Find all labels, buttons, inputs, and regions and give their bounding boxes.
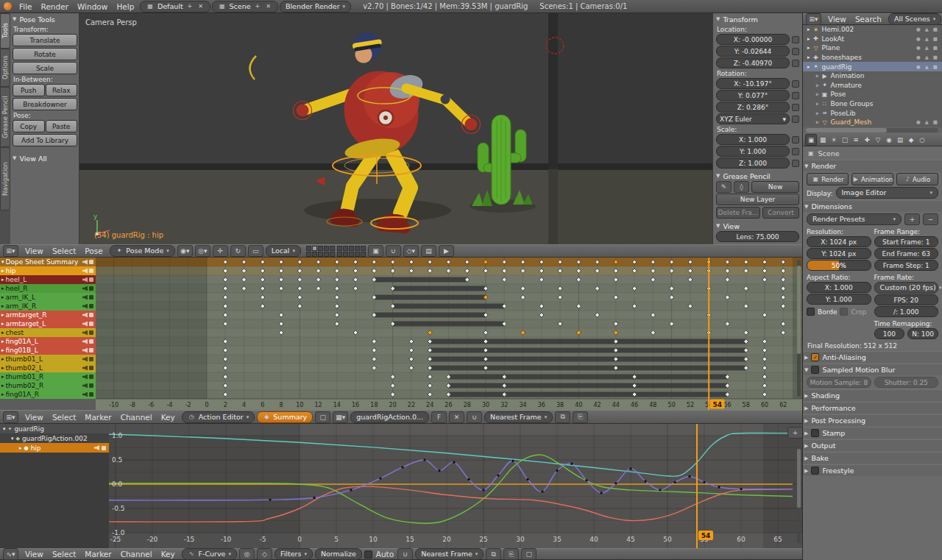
expand-icon[interactable]: ▸ [807, 36, 810, 42]
lock-icon[interactable] [89, 375, 93, 379]
dope-channel-heel_l[interactable]: ▸heel_L [0, 275, 96, 284]
outliner-display-selector[interactable]: All Scenes▾ [888, 13, 941, 25]
layer-toggle[interactable] [306, 246, 311, 251]
layer-toggle[interactable] [337, 246, 342, 251]
end-frame-field[interactable]: End Frame: 63 [874, 248, 939, 259]
properties-tab-object-icon[interactable]: □ [840, 135, 850, 145]
scrollbar[interactable] [797, 449, 801, 508]
expand-icon[interactable]: ▹ [816, 82, 819, 88]
translate-button[interactable]: Translate [13, 34, 77, 46]
layer-toggle[interactable] [324, 246, 329, 251]
outliner-row-poselib[interactable]: ▹≡PoseLib [803, 108, 942, 118]
lock-icon[interactable] [102, 446, 106, 450]
menu-select[interactable]: Select [48, 413, 80, 422]
render-presets-selector[interactable]: Render Presets▾ [807, 213, 902, 225]
action-name-field[interactable]: guardRigAction.0... [350, 411, 429, 423]
summary-toggle[interactable]: ◆ Summary [257, 411, 313, 423]
properties-tab-texture-icon[interactable]: ▤ [895, 135, 905, 145]
expand-icon[interactable]: ▸ [1, 391, 4, 397]
outliner-row-lookat[interactable]: ▸✚LookAt● ▲ ■ [803, 35, 942, 44]
lock-icon[interactable] [792, 148, 799, 155]
lock-icon[interactable] [89, 330, 93, 335]
menu-help[interactable]: Help [112, 2, 138, 11]
properties-tab-physics-icon[interactable]: ○ [917, 135, 927, 145]
push-button[interactable]: Push [13, 84, 45, 96]
outliner-row-bone-groups[interactable]: ▹∷Bone Groups [803, 99, 942, 109]
mute-icon[interactable] [82, 330, 88, 336]
panel-header-post-processing[interactable]: ▶Post Processing [803, 414, 942, 426]
mute-icon[interactable] [82, 339, 88, 344]
mute-icon[interactable] [82, 366, 88, 371]
add-screen-icon[interactable]: + [186, 2, 194, 11]
layer-toggle[interactable] [337, 252, 342, 257]
outliner-row-guardrig[interactable]: ▸✦guardRig● ▲ ■ [803, 62, 942, 71]
toolshelf-tab-navigation[interactable]: Navigation [0, 147, 10, 210]
eraser-icon[interactable]: ◊ [734, 181, 749, 193]
dope-channel-fing01a_l[interactable]: ▸fing01A_L [0, 337, 96, 346]
expand-icon[interactable]: ▸ [1, 303, 4, 309]
expand-icon[interactable]: ▾ [11, 436, 14, 442]
scale-button[interactable]: Scale [13, 62, 77, 74]
normalize-button[interactable]: Normalize [315, 548, 362, 560]
scene-browse-icon[interactable]: ▦ [218, 2, 227, 11]
panel-header-antialiasing[interactable]: ▶ ✓ Anti-Aliasing [803, 351, 942, 363]
properties-tab-world-icon[interactable]: ☀ [829, 135, 839, 145]
layer-toggle[interactable] [330, 252, 335, 257]
toolshelf-tab-options[interactable]: Options [0, 49, 10, 87]
expand-icon[interactable]: ▸ [1, 356, 4, 362]
editor-type-selector[interactable]: ⊞▾ [3, 245, 18, 257]
menu-marker[interactable]: Marker [80, 413, 116, 422]
rotate-button[interactable]: Rotate [13, 48, 77, 60]
scale-z-field[interactable]: Z: 1.000 [716, 157, 790, 169]
fps-base-field[interactable]: /: 1.000 [874, 306, 939, 317]
editor-type-selector[interactable]: ⊞▾ [806, 13, 821, 25]
mute-icon[interactable] [82, 348, 88, 353]
paste-keyframes-icon[interactable]: ⎘ [573, 411, 588, 423]
menu-view[interactable]: View [824, 15, 851, 24]
toolshelf-tab-tools[interactable]: Tools [0, 13, 10, 49]
outliner-row-armature[interactable]: ▹✦Armature [803, 81, 942, 91]
lock-icon[interactable] [792, 136, 799, 143]
lock-icon[interactable] [89, 322, 93, 326]
snap-magnet-icon[interactable]: ∪ [397, 548, 413, 560]
draw-icon[interactable]: ✎ [716, 181, 732, 193]
mute-icon[interactable] [82, 304, 88, 309]
lock-icon[interactable] [792, 60, 799, 67]
delete-frame-button[interactable]: Delete Fra... [716, 207, 760, 219]
dope-channel-arm_ik_r[interactable]: ▸arm_IK_R [0, 302, 96, 311]
shutter-field[interactable]: Shutter: 0.25 [874, 377, 939, 388]
mute-icon[interactable] [82, 277, 88, 283]
lock-icon[interactable] [792, 92, 799, 99]
visibility-toggle-icons[interactable]: ● ▲ ■ [916, 119, 942, 125]
menu-marker[interactable]: Marker [80, 550, 116, 559]
graph-curve-area[interactable]: 1.00.50.0-0.5-1.0-25-20-15-10-5051015202… [109, 424, 802, 548]
dope-channel-heel_r[interactable]: ▸heel_R [0, 284, 96, 293]
menu-window[interactable]: Window [73, 2, 112, 11]
snap-magnet-icon[interactable]: ∪ [467, 411, 482, 423]
location-x-field[interactable]: X: -0.00000 [716, 34, 790, 45]
scene-selector[interactable]: ▦ Scene + ✕ [212, 1, 278, 13]
dope-mode-selector[interactable]: ◷ Action Editor▾ [182, 411, 255, 423]
graph-channel-guardrig[interactable]: ▾✦guardRig [0, 424, 109, 433]
menu-view[interactable]: View [21, 550, 48, 559]
layer-toggle[interactable] [343, 252, 348, 257]
expand-icon[interactable]: ▸ [1, 365, 4, 371]
expand-icon[interactable]: ▹ [816, 91, 819, 97]
lock-icon[interactable] [792, 80, 799, 88]
visibility-toggle-icons[interactable]: ● ▲ ■ [916, 64, 942, 70]
panel-header-stamp[interactable]: ▶Stamp [803, 427, 942, 439]
expand-icon[interactable]: ▸ [19, 445, 22, 451]
rotation-z-field[interactable]: Z: 0.286° [716, 102, 790, 113]
expand-icon[interactable]: ▸ [1, 383, 4, 389]
mute-icon[interactable] [82, 322, 88, 327]
scale-x-field[interactable]: X: 1.000 [716, 134, 790, 145]
location-y-field[interactable]: Y: -0.02644 [716, 46, 790, 57]
dope-channel-fing01b_l[interactable]: ▸fing01B_L [0, 346, 96, 355]
manipulator-rotate-icon[interactable]: ↻ [230, 245, 246, 257]
orientation-selector[interactable]: Local▾ [266, 245, 301, 257]
lock-icon[interactable] [89, 383, 93, 388]
motion-blur-checkbox[interactable] [811, 366, 819, 374]
layer-toggle[interactable] [306, 252, 311, 257]
manipulator-scale-icon[interactable]: ▭ [248, 245, 263, 257]
remap-new-field[interactable]: N: 100 [907, 328, 938, 339]
